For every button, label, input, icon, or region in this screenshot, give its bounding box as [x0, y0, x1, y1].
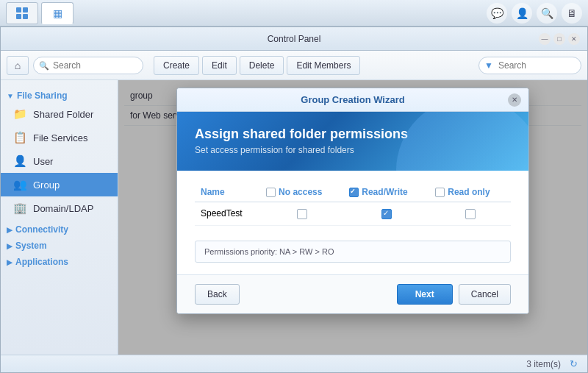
search-input[interactable]: [33, 57, 143, 74]
wizard-modal: Group Creation Wizard ✕ Assign shared fo…: [176, 88, 529, 314]
sidebar-section-applications[interactable]: ▶ Applications: [1, 252, 118, 269]
taskbar-app-grid[interactable]: [6, 2, 38, 24]
delete-button[interactable]: Delete: [240, 56, 284, 75]
shared-folder-icon: 📁: [12, 107, 27, 121]
col-read-write-label: Read/Write: [362, 187, 407, 197]
wizard-footer: Back Next Cancel: [177, 274, 528, 313]
col-read-write-check-group: Read/Write: [349, 187, 423, 197]
wizard-banner: Assign shared folder permissions Set acc…: [177, 112, 528, 171]
sidebar-section-file-sharing[interactable]: ▼ File Sharing: [1, 86, 118, 102]
filter-search-input[interactable]: [478, 57, 581, 74]
status-bar: 3 item(s) ↻: [1, 355, 587, 372]
row-no-access-checkbox[interactable]: [297, 209, 307, 219]
create-button[interactable]: Create: [154, 56, 199, 75]
cp-titlebar: Control Panel — □ ✕: [1, 27, 587, 51]
wizard-titlebar: Group Creation Wizard ✕: [177, 88, 528, 112]
sidebar-file-services-label: File Services: [33, 132, 87, 143]
permissions-note-area: Permissions priority: NA > RW > RO: [195, 241, 511, 263]
maximize-button[interactable]: □: [553, 33, 565, 45]
edit-button[interactable]: Edit: [202, 56, 237, 75]
toolbar-buttons: Create Edit Delete Edit Members: [154, 56, 360, 75]
wizard-title: Group Creation Wizard: [301, 94, 404, 105]
no-access-header-checkbox[interactable]: [266, 188, 276, 197]
home-icon: ⌂: [15, 60, 21, 71]
chevron-right-icon: ▶: [7, 226, 12, 234]
back-button[interactable]: Back: [195, 284, 240, 305]
col-header-read-only: Read only: [429, 182, 511, 202]
cp-window-title: Control Panel: [268, 34, 321, 44]
chevron-down-icon: ▼: [7, 92, 14, 100]
col-header-no-access: No access: [260, 182, 343, 202]
col-no-access-check-group: No access: [266, 187, 337, 197]
sidebar-shared-folder-label: Shared Folder: [33, 109, 93, 120]
sidebar-item-shared-folder[interactable]: 📁 Shared Folder: [1, 102, 118, 126]
sidebar-item-domain-ldap[interactable]: 🏢 Domain/LDAP: [1, 196, 118, 220]
sidebar-section-system[interactable]: ▶ System: [1, 236, 118, 252]
panel-icon: ▦: [53, 7, 62, 19]
sidebar-user-label: User: [33, 156, 53, 167]
sidebar-domain-label: Domain/LDAP: [33, 203, 93, 214]
search-wrapper: 🔍: [33, 57, 143, 74]
row-read-write-cell: [343, 202, 429, 226]
permissions-note-text: Permissions priority: NA > RW > RO: [204, 247, 334, 256]
wizard-body: Name No access: [177, 171, 528, 274]
sidebar-section-connectivity[interactable]: ▶ Connectivity: [1, 220, 118, 236]
chat-icon: 💬: [491, 7, 503, 19]
chevron-right-icon-apps: ▶: [7, 258, 12, 266]
col-no-access-label: No access: [279, 187, 322, 197]
read-only-header-checkbox[interactable]: [435, 188, 445, 197]
row-read-write-checkbox[interactable]: [381, 209, 392, 219]
refresh-button[interactable]: ↻: [567, 358, 580, 371]
row-read-only-cell: [429, 202, 511, 226]
col-name-label: Name: [201, 187, 225, 197]
connectivity-label: Connectivity: [15, 224, 68, 235]
sidebar-group-label: Group: [33, 180, 60, 191]
row-read-only-checkbox[interactable]: [465, 209, 476, 219]
user-button[interactable]: 👤: [512, 3, 532, 24]
table-row: SpeedTest: [195, 202, 511, 226]
permissions-table: Name No access: [195, 182, 511, 226]
col-read-only-label: Read only: [448, 187, 490, 197]
wizard-footer-right: Next Cancel: [397, 284, 511, 305]
window-controls: — □ ✕: [539, 33, 580, 45]
search-icon: 🔍: [541, 7, 553, 19]
user-icon: 👤: [516, 7, 528, 19]
user-icon: 👤: [12, 154, 27, 168]
col-header-name: Name: [195, 182, 260, 202]
control-panel-window: Control Panel — □ ✕ ⌂ 🔍 Create Edit Dele…: [0, 26, 588, 373]
filter-icon: ▼: [484, 60, 493, 71]
cancel-button[interactable]: Cancel: [459, 284, 511, 305]
chevron-right-icon-system: ▶: [7, 242, 12, 250]
next-button[interactable]: Next: [397, 284, 453, 305]
grid-icon: [16, 7, 28, 19]
modal-overlay: Group Creation Wizard ✕ Assign shared fo…: [118, 80, 587, 355]
home-button[interactable]: ⌂: [7, 56, 29, 75]
search-button[interactable]: 🔍: [537, 3, 557, 24]
col-header-read-write: Read/Write: [343, 182, 429, 202]
search-icon-left: 🔍: [39, 60, 49, 70]
wizard-banner-subtitle: Set access permission for shared folders: [195, 145, 511, 155]
row-no-access-cell: [260, 202, 343, 226]
sidebar-item-user[interactable]: 👤 User: [1, 149, 118, 173]
row-name-value: SpeedTest: [201, 208, 243, 219]
chat-button[interactable]: 💬: [487, 3, 507, 24]
edit-members-button[interactable]: Edit Members: [287, 56, 360, 75]
sidebar-item-group[interactable]: 👥 Group: [1, 173, 118, 196]
taskbar-app-panel[interactable]: ▦: [41, 2, 74, 24]
close-button[interactable]: ✕: [568, 33, 580, 45]
minimize-button[interactable]: —: [539, 33, 551, 45]
sidebar-item-file-services[interactable]: 📋 File Services: [1, 126, 118, 149]
read-write-header-checkbox[interactable]: [349, 188, 359, 197]
filter-search-wrapper: ▼: [478, 57, 581, 74]
taskbar-right-icons: 💬 👤 🔍 🖥: [487, 3, 582, 24]
sidebar: ▼ File Sharing 📁 Shared Folder 📋 File Se…: [1, 80, 118, 355]
group-icon: 👥: [12, 177, 27, 192]
file-sharing-label: File Sharing: [17, 90, 68, 101]
cp-toolbar: ⌂ 🔍 Create Edit Delete Edit Members ▼: [1, 51, 587, 80]
main-content: group for Web services Group Creation Wi…: [118, 80, 587, 355]
applications-label: Applications: [15, 257, 68, 267]
display-icon: 🖥: [567, 7, 577, 19]
display-button[interactable]: 🖥: [562, 3, 582, 24]
item-count: 3 item(s): [526, 359, 561, 369]
wizard-close-button[interactable]: ✕: [508, 93, 521, 107]
